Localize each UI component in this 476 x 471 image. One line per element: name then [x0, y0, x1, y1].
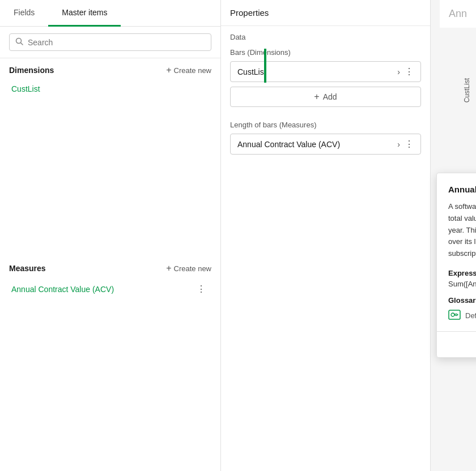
glossary-icon: [448, 309, 461, 322]
acv-tag-icons: › ⋮: [397, 139, 414, 149]
plus-icon-add: +: [314, 92, 319, 102]
add-button[interactable]: + Add: [230, 87, 421, 107]
svg-line-1: [21, 43, 23, 45]
measure-item-menu-icon[interactable]: ⋮: [193, 282, 209, 296]
tab-fields[interactable]: Fields: [0, 0, 48, 27]
tooltip-expression-label: Expression:: [448, 269, 476, 277]
vertical-label-text: CustList: [463, 78, 471, 102]
vertical-label-area: CustList: [458, 34, 476, 147]
custlist-tag-icons: › ⋮: [397, 66, 414, 77]
options-icon[interactable]: ⋮: [405, 66, 414, 77]
search-icon: [15, 37, 23, 47]
left-panel: Fields Master items Dimensions + Create …: [0, 0, 221, 471]
tooltip-title: Annual Contract Value (ACV): [448, 185, 476, 194]
tooltip-glossary-label: Glossary terms: [448, 296, 476, 305]
properties-title: Properties: [221, 0, 430, 26]
tooltip-description: A software subscription service metric t…: [448, 201, 476, 260]
properties-panel: Properties Data Bars (Dimensions) CustLi…: [221, 0, 431, 471]
dimensions-header: Dimensions + Create new: [9, 65, 211, 75]
tooltip-content: Annual Contract Value (ACV) A software s…: [437, 173, 476, 331]
chevron-right-icon[interactable]: ›: [397, 67, 400, 76]
search-input[interactable]: [28, 38, 205, 47]
glossary-definition-text: Definition:: [465, 311, 476, 320]
acv-measure-tag: Annual Contract Value (ACV) › ⋮: [230, 134, 421, 155]
plus-icon-measures: +: [166, 263, 171, 273]
measures-header: Measures + Create new: [9, 263, 211, 273]
search-container: [0, 27, 220, 58]
dimensions-create-new-button[interactable]: + Create new: [166, 65, 211, 75]
green-indicator-bar: [264, 49, 266, 83]
measures-section: Measures + Create new Annual Contract Va…: [0, 256, 220, 300]
dimension-list-item[interactable]: CustList: [9, 80, 211, 98]
custlist-tag-label: CustList: [237, 67, 266, 76]
bars-dimension-label: Bars (Dimensions): [221, 46, 430, 61]
main-content: Properties Data Bars (Dimensions) CustLi…: [221, 0, 476, 471]
measures-create-new-label: Create new: [174, 264, 211, 273]
measure-list-item: Annual Contract Value (ACV) ⋮: [9, 278, 211, 300]
tooltip-expression-value: Sum([Annual Contract Value (ACV)]): [448, 280, 476, 288]
tooltip-footer: [437, 331, 476, 357]
tabs-bar: Fields Master items: [0, 0, 220, 27]
length-measures-label: Length of bars (Measures): [221, 116, 430, 134]
measures-create-new-button[interactable]: + Create new: [166, 263, 211, 273]
acv-options-icon[interactable]: ⋮: [405, 139, 414, 149]
measures-title: Measures: [9, 264, 46, 273]
acv-tag-label: Annual Contract Value (ACV): [237, 140, 340, 149]
acv-chevron-right-icon[interactable]: ›: [397, 140, 400, 149]
dimensions-section: Dimensions + Create new CustList: [0, 58, 220, 98]
custlist-dimension-tag: CustList › ⋮: [230, 61, 421, 82]
create-new-label: Create new: [174, 66, 211, 75]
data-section-label: Data: [221, 26, 430, 46]
add-label: Add: [323, 92, 337, 101]
right-panel: Ann Properties Data Bars (Dimensions) Cu…: [221, 0, 476, 471]
tooltip-glossary-item: Definition: Annual Contract Value: [448, 309, 476, 322]
dimensions-title: Dimensions: [9, 66, 54, 75]
measure-item-label[interactable]: Annual Contract Value (ACV): [11, 285, 114, 294]
search-box: [9, 33, 211, 51]
tooltip-popup: Annual Contract Value (ACV) A software s…: [436, 173, 476, 358]
plus-icon: +: [166, 65, 171, 75]
tab-master-items[interactable]: Master items: [48, 0, 121, 27]
